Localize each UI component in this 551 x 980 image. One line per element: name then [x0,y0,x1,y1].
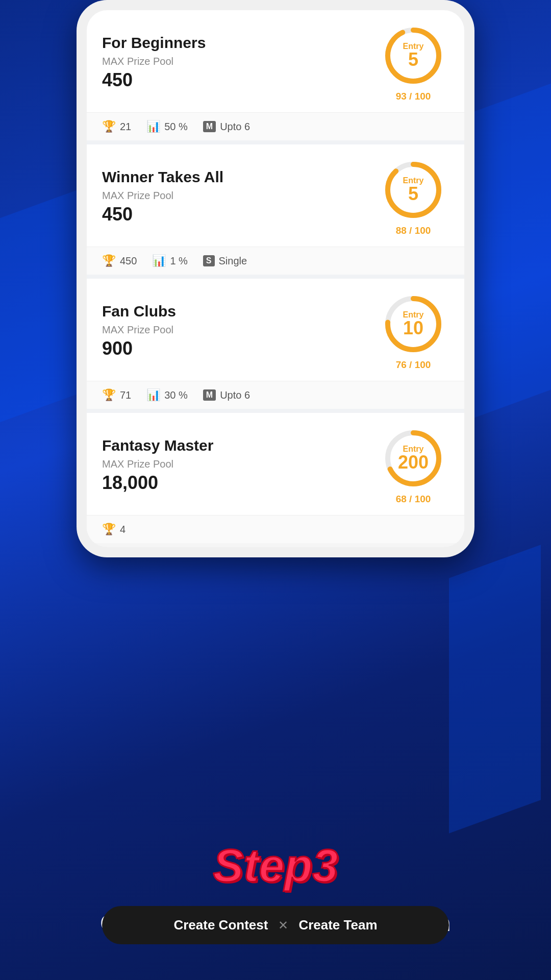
stat-value-1: 50 % [164,121,188,133]
pool-value-fantasy-master: 18,000 [102,472,378,494]
entry-inner-fantasy-master: Entry 200 [398,445,429,472]
contest-card-for-beginners[interactable]: For Beginners MAX Prize Pool 450 Entry 5… [87,10,464,140]
entry-circle-container-fan-clubs[interactable]: Entry 10 76 / 100 [378,291,449,371]
contest-stats-fan-clubs: 🏆 71 📊 30 % M Upto 6 [87,381,464,409]
pool-value-for-beginners: 450 [102,69,378,91]
contest-main-winner-takes-all: Winner Takes All MAX Prize Pool 450 Entr… [87,144,464,247]
create-team-button[interactable]: Create Team [298,917,377,933]
entry-circle-fantasy-master: Entry 200 [380,425,446,492]
stat-value-0: 450 [120,255,137,267]
contest-card-fan-clubs[interactable]: Fan Clubs MAX Prize Pool 900 Entry 10 76… [87,279,464,409]
bg-decoration-3 [449,545,541,834]
chart-icon: 📊 [146,388,160,402]
stat-item-1: 📊 1 % [152,254,187,267]
stat-item-0: 🏆 4 [102,523,126,536]
step-section: Step3 Choose the match you like to join [0,809,551,980]
chart-icon: 📊 [152,254,166,267]
stat-item-0: 🏆 450 [102,254,137,267]
phone-screen: For Beginners MAX Prize Pool 450 Entry 5… [87,10,464,547]
pool-label-fan-clubs: MAX Prize Pool [102,324,378,336]
phone-mockup: For Beginners MAX Prize Pool 450 Entry 5… [77,0,474,557]
bottom-action-bar: Create Contest ✕ Create Team [102,906,449,944]
stat-item-1: 📊 50 % [146,120,188,133]
entry-circle-container-fantasy-master[interactable]: Entry 200 68 / 100 [378,425,449,505]
stat-value-2: Upto 6 [220,121,250,133]
contest-title-fantasy-master: Fantasy Master [102,437,378,454]
contest-main-for-beginners: For Beginners MAX Prize Pool 450 Entry 5… [87,10,464,112]
stat-item-1: 📊 30 % [146,388,188,402]
stat-item-2: S Single [203,255,247,267]
contest-info-winner-takes-all: Winner Takes All MAX Prize Pool 450 [102,168,378,225]
contest-stats-fantasy-master: 🏆 4 [87,515,464,543]
contest-stats-for-beginners: 🏆 21 📊 50 % M Upto 6 [87,112,464,140]
contest-stats-winner-takes-all: 🏆 450 📊 1 % S Single [87,247,464,275]
stat-value-2: Single [219,255,247,267]
entry-circle-for-beginners: Entry 5 [380,22,446,89]
trophy-icon: 🏆 [102,523,116,536]
create-contest-button[interactable]: Create Contest [173,917,268,933]
stat-value-1: 1 % [170,255,187,267]
contest-card-winner-takes-all[interactable]: Winner Takes All MAX Prize Pool 450 Entr… [87,144,464,275]
entry-circle-container-for-beginners[interactable]: Entry 5 93 / 100 [378,22,449,102]
multi-icon: M [203,121,216,132]
bar-divider: ✕ [278,918,288,933]
chart-icon: 📊 [146,120,160,133]
contest-card-fantasy-master[interactable]: Fantasy Master MAX Prize Pool 18,000 Ent… [87,413,464,543]
entry-slots-fan-clubs: 76 / 100 [396,359,431,371]
entry-inner-for-beginners: Entry 5 [403,42,424,69]
entry-slots-fantasy-master: 68 / 100 [396,494,431,505]
contest-main-fantasy-master: Fantasy Master MAX Prize Pool 18,000 Ent… [87,413,464,515]
entry-circle-fan-clubs: Entry 10 [380,291,446,357]
stat-value-0: 21 [120,121,131,133]
contest-title-fan-clubs: Fan Clubs [102,303,378,320]
stat-item-0: 🏆 21 [102,120,131,133]
pool-value-winner-takes-all: 450 [102,204,378,225]
bg-decoration-2 [0,190,77,423]
stat-value-1: 30 % [164,389,188,401]
contests-list: For Beginners MAX Prize Pool 450 Entry 5… [87,10,464,543]
entry-inner-winner-takes-all: Entry 5 [403,177,424,203]
pool-label-for-beginners: MAX Prize Pool [102,56,378,67]
pool-label-fantasy-master: MAX Prize Pool [102,458,378,470]
stat-value-2: Upto 6 [220,389,250,401]
contest-info-fan-clubs: Fan Clubs MAX Prize Pool 900 [102,303,378,359]
entry-circle-winner-takes-all: Entry 5 [380,157,446,223]
entry-inner-fan-clubs: Entry 10 [403,311,424,337]
entry-value-winner-takes-all: 5 [403,185,424,203]
contest-title-for-beginners: For Beginners [102,34,378,52]
entry-slots-winner-takes-all: 88 / 100 [396,225,431,236]
pool-label-winner-takes-all: MAX Prize Pool [102,190,378,202]
stat-item-2: M Upto 6 [203,121,250,133]
contest-info-for-beginners: For Beginners MAX Prize Pool 450 [102,34,378,91]
stat-value-0: 71 [120,389,131,401]
pool-value-fan-clubs: 900 [102,338,378,359]
trophy-icon: 🏆 [102,388,116,402]
contest-main-fan-clubs: Fan Clubs MAX Prize Pool 900 Entry 10 76… [87,279,464,381]
stat-item-0: 🏆 71 [102,388,131,402]
contest-info-fantasy-master: Fantasy Master MAX Prize Pool 18,000 [102,437,378,494]
contest-title-winner-takes-all: Winner Takes All [102,168,378,186]
stat-item-2: M Upto 6 [203,389,250,401]
trophy-icon: 🏆 [102,120,116,133]
entry-value-fantasy-master: 200 [398,453,429,472]
entry-slots-for-beginners: 93 / 100 [396,91,431,102]
trophy-icon: 🏆 [102,254,116,267]
multi-icon: M [203,389,216,401]
entry-value-for-beginners: 5 [403,51,424,69]
stat-value-0: 4 [120,524,126,535]
entry-value-fan-clubs: 10 [403,319,424,337]
single-icon: S [203,255,215,266]
step-title: Step3 [20,840,531,892]
entry-circle-container-winner-takes-all[interactable]: Entry 5 88 / 100 [378,157,449,236]
